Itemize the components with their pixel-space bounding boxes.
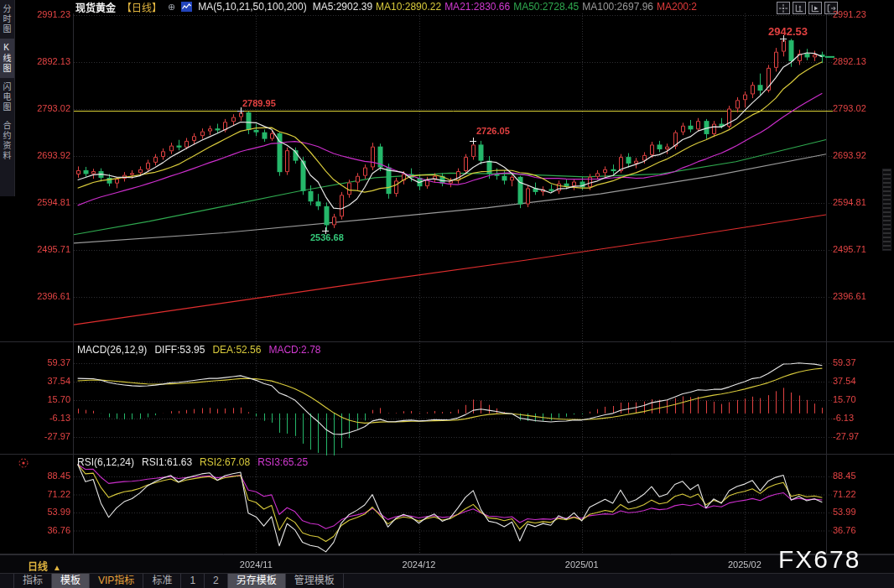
x-axis-bar: 日线▲ 2024/112024/122025/012025/02 FX678 [0,554,894,574]
rsi-header-item: RSI1:61.63 [142,456,192,468]
ma-values: MA5:2902.39MA10:2890.22MA21:2830.66MA50:… [313,1,700,13]
ma-value: MA100:2697.96 [582,1,653,13]
y-axis-label: 59.37 [25,357,70,367]
toolbar-button-VIP指标[interactable]: VIP指标 [90,574,143,588]
y-axis-label: -27.97 [25,431,70,441]
y-axis-label: 71.22 [25,489,70,499]
ma-value: MA21:2830.66 [444,1,510,13]
x-axis-label: 2024/11 [226,559,285,570]
toolbar-button-指标[interactable]: 指标 [13,574,52,588]
y-axis-label: 37.54 [25,376,70,386]
x-axis-label: 2024/12 [390,559,449,570]
price-annotation: 2726.05 [476,126,510,136]
macd-header-item: MACD:2.78 [268,344,320,356]
timeframe-selector[interactable]: 日线▲ [28,559,61,573]
sidebar-item-合约资料[interactable]: 合约资料 [0,117,14,165]
y-axis-label: 2793.02 [25,103,70,113]
go-to-latest-icon[interactable] [808,2,822,14]
macd-header-item: MACD(26,12,9) [77,344,147,356]
ma-value: MA10:2890.22 [376,1,441,13]
instrument-title: 现货黄金 [75,0,116,14]
y-axis-label: 36.76 [833,525,883,535]
x-axis-label: 2025/02 [715,559,774,570]
y-axis-label: 15.70 [25,394,70,404]
y-axis-label: -6.13 [25,413,70,423]
toolbar-button-模板[interactable]: 模板 [52,574,90,588]
y-axis-label: 2594.81 [833,197,883,207]
rsi-header-item: RSI(6,12,24) [77,456,134,468]
y-axis-label: 53.99 [25,507,70,517]
trading-app-window: 分时图K线图闪电图合约资料 现货黄金 【日线】 ⊕ MA(5,10,21,50,… [0,0,894,588]
y-axis-label: 15.70 [833,394,883,404]
fit-vertical-icon[interactable] [793,2,806,14]
y-axis-label: 2693.92 [833,150,883,160]
y-axis-label: 71.22 [833,489,883,499]
chart-canvas[interactable] [0,0,894,588]
macd-header-item: DIFF:53.95 [154,344,205,356]
macd-header-item: DEA:52.56 [212,344,261,356]
x-axis-label: 2025/01 [553,559,611,570]
y-axis-label: 2396.61 [25,291,70,301]
toolbar-button-标准[interactable]: 标准 [143,574,181,588]
y-axis-label: 53.99 [833,507,883,517]
chart-tools [777,2,838,14]
y-axis-label: 88.45 [833,471,883,481]
ma-value: MA5:2902.39 [313,1,372,13]
y-axis-label: 2793.02 [833,103,883,113]
y-axis-label: 2594.81 [25,197,70,207]
watermark: FX678 [778,545,860,574]
right-scrollbar[interactable] [882,169,891,251]
price-annotation: 2789.95 [242,98,276,108]
pan-crosshair-icon[interactable] [777,2,790,14]
rsi-header-item: RSI3:65.25 [257,456,308,468]
price-annotation: 2536.68 [310,232,344,242]
add-indicator-icon[interactable]: ⊕ [168,2,175,13]
rsi-indicator-icon[interactable] [18,457,29,469]
bottom-toolbar: 指标模板VIP指标标准12另存模板管理模板 [0,573,894,588]
macd-header: MACD(26,12,9)DIFF:53.95DEA:52.56MACD:2.7… [77,344,320,356]
rsi-header: RSI(6,12,24)RSI1:61.63RSI2:67.08RSI3:65.… [77,456,308,468]
timeframe-label: 日线 [28,561,48,573]
y-axis-label: 2991.23 [833,9,883,19]
y-axis-label: 88.45 [25,471,70,481]
y-axis-label: -6.13 [833,413,883,423]
y-axis-label: 2396.61 [833,291,883,301]
sidebar-item-闪电图[interactable]: 闪电图 [0,78,14,117]
y-axis-label: 59.37 [833,357,883,367]
y-axis-label: 37.54 [833,376,883,386]
triangle-up-icon: ▲ [53,563,61,572]
toolbar-button-另存模板[interactable]: 另存模板 [228,574,286,588]
y-axis-label: 2495.71 [25,244,70,254]
sidebar-item-K线图[interactable]: K线图 [0,39,14,78]
y-axis-label: 36.76 [25,525,70,535]
y-axis-label: 2693.92 [25,150,70,160]
price-annotation: 2942.53 [768,25,808,38]
sidebar-item-分时图[interactable]: 分时图 [0,0,14,39]
rsi-header-item: RSI2:67.08 [200,456,250,468]
y-axis-label: -27.97 [833,431,883,441]
ma-value: MA50:2728.45 [513,1,579,13]
y-axis-label: 2991.23 [25,9,70,19]
toolbar-button-1[interactable]: 1 [181,574,205,588]
toolbar-button-管理模板[interactable]: 管理模板 [286,574,344,588]
y-axis-label: 2495.71 [833,244,883,254]
y-axis-label: 2892.13 [833,56,883,66]
y-axis-label: 2892.13 [25,56,70,66]
chart-type-sidebar: 分时图K线图闪电图合约资料 [0,0,15,196]
toolbar-button-2[interactable]: 2 [205,574,228,588]
chart-style-icon[interactable] [181,2,192,12]
main-chart-header: 现货黄金 【日线】 ⊕ MA(5,10,21,50,100,200) MA5:2… [75,1,700,13]
period-tag[interactable]: 【日线】 [122,0,162,14]
ma-value: MA200:2 [657,1,697,13]
ma-group-label: MA(5,10,21,50,100,200) [198,1,306,13]
